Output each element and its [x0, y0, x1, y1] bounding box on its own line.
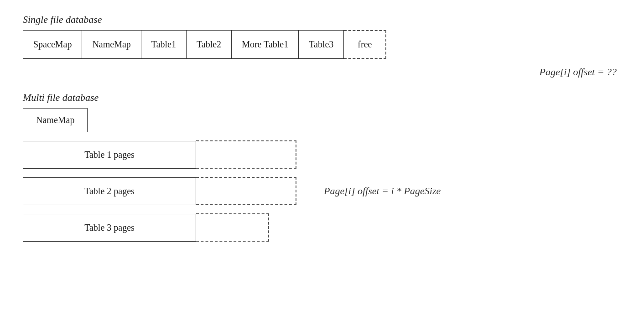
spacemap-cell: SpaceMap — [23, 30, 82, 59]
namemap-cell-multi: NameMap — [23, 108, 88, 132]
table3-row: Table 3 pages — [23, 213, 621, 242]
multi-offset-annotation: Page[i] offset = i * PageSize — [324, 185, 441, 197]
page-container: Single file database SpaceMap NameMap Ta… — [0, 0, 644, 264]
single-offset-annotation: Page[i] offset = ?? — [23, 66, 621, 78]
table2-row: Table 2 pages Page[i] offset = i * PageS… — [23, 177, 621, 205]
single-file-title: Single file database — [23, 14, 621, 26]
multi-file-title: Multi file database — [23, 92, 621, 103]
free-cell: free — [344, 30, 386, 59]
table1-row: Table 1 pages — [23, 140, 621, 169]
table2-cell: Table2 — [187, 30, 232, 59]
table1-dashed-ext — [196, 140, 296, 169]
namemap-row: NameMap — [23, 108, 621, 132]
single-file-row: SpaceMap NameMap Table1 Table2 More Tabl… — [23, 30, 621, 59]
table3-cell: Table3 — [299, 30, 344, 59]
single-file-section: Single file database SpaceMap NameMap Ta… — [23, 14, 621, 78]
multi-file-section: Multi file database NameMap Table 1 page… — [23, 92, 621, 242]
namemap-cell-single: NameMap — [82, 30, 141, 59]
table3-pages-cell: Table 3 pages — [23, 214, 196, 242]
table1-cell: Table1 — [141, 30, 187, 59]
table1-pages-cell: Table 1 pages — [23, 141, 196, 169]
table2-dashed-ext — [196, 177, 296, 205]
table3-dashed-ext — [196, 213, 269, 242]
more-table1-cell: More Table1 — [232, 30, 299, 59]
table2-pages-cell: Table 2 pages — [23, 177, 196, 205]
